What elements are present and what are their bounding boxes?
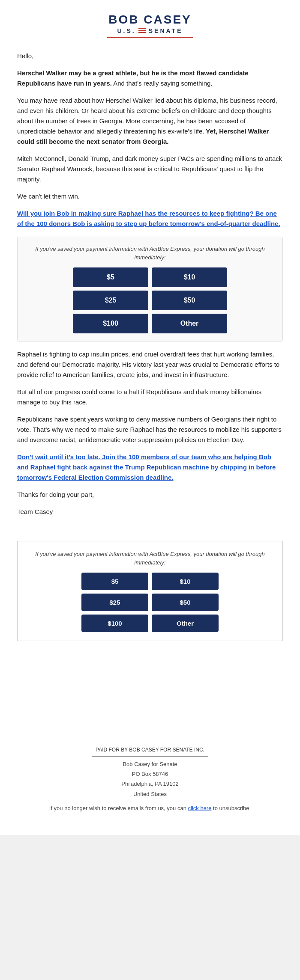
legal-paid-for: PAID FOR BY BOB CASEY FOR SENATE INC. [92,744,208,757]
spacer [0,645,300,731]
donate-btn-50[interactable]: $50 [152,291,227,310]
donate-btn-100[interactable]: $100 [73,314,148,333]
donate-btn-5[interactable]: $5 [73,267,148,287]
cta-link-2[interactable]: Don't wait until it's too late. Join the… [17,452,283,483]
donate-grid-1: $5 $10 $25 $50 $100 Other [73,267,227,333]
signature: Team Casey [17,507,283,517]
header-divider [107,37,193,38]
footer-donate-btn-other[interactable]: Other [152,615,219,632]
legal-footer: PAID FOR BY BOB CASEY FOR SENATE INC. Bo… [0,731,300,818]
header-subtitle-left: U.S. [117,27,136,34]
paragraph-7: Republicans have spent years working to … [17,414,283,445]
flag-icon [138,28,146,34]
header-subtitle: U.S. SENATE [9,27,291,34]
unsubscribe-link[interactable]: click here [188,805,212,811]
legal-address-2: PO Box 58746 [17,769,283,779]
footer-donate-box: If you've saved your payment information… [17,541,283,641]
actblue-note-1: If you've saved your payment information… [26,245,274,261]
legal-address-3: Philadelphia, PA 19102 [17,779,283,789]
unsubscribe-text: If you no longer wish to receive emails … [17,803,283,813]
donate-btn-25[interactable]: $25 [73,291,148,310]
paragraph-3: Mitch McConnell, Donald Trump, and dark … [17,154,283,184]
paragraph-5: Raphael is fighting to cap insulin price… [17,349,283,380]
footer-donate-btn-25[interactable]: $25 [81,594,148,611]
header-subtitle-right: SENATE [149,27,183,34]
cta-2-anchor[interactable]: Don't wait until it's too late. Join the… [17,453,276,481]
thanks: Thanks for doing your part, [17,490,283,500]
footer-donate-btn-10[interactable]: $10 [152,573,219,590]
donate-box-1: If you've saved your payment information… [17,237,283,342]
greeting: Hello, [17,51,283,61]
email-content: Hello, Herschel Walker may be a great at… [0,47,300,528]
paragraph-6: But all of our progress could come to a … [17,387,283,407]
legal-address-1: Bob Casey for Senate [17,759,283,769]
donate-btn-10[interactable]: $10 [152,267,227,287]
email-header: BOB CASEY U.S. SENATE [0,0,300,47]
paragraph-1: Herschel Walker may be a great athlete, … [17,68,283,89]
email-wrapper: BOB CASEY U.S. SENATE Hello, Herschel Wa… [0,0,300,835]
donate-btn-other[interactable]: Other [152,314,227,333]
footer-donate-grid: $5 $10 $25 $50 $100 Other [81,573,219,632]
footer-donate-btn-100[interactable]: $100 [81,615,148,632]
footer-actblue-note: If you've saved your payment information… [26,550,274,567]
footer-donate-btn-5[interactable]: $5 [81,573,148,590]
paragraph-2: You may have read about how Herschel Wal… [17,95,283,147]
paragraph-1-rest: And that's really saying something. [112,80,213,87]
cta-link-1[interactable]: Will you join Bob in making sure Raphael… [17,208,283,229]
header-title: BOB CASEY [9,13,291,27]
legal-address-4: United States [17,789,283,799]
paragraph-4: We can't let them win. [17,191,283,202]
cta-1-anchor[interactable]: Will you join Bob in making sure Raphael… [17,210,280,227]
footer-donate-btn-50[interactable]: $50 [152,594,219,611]
